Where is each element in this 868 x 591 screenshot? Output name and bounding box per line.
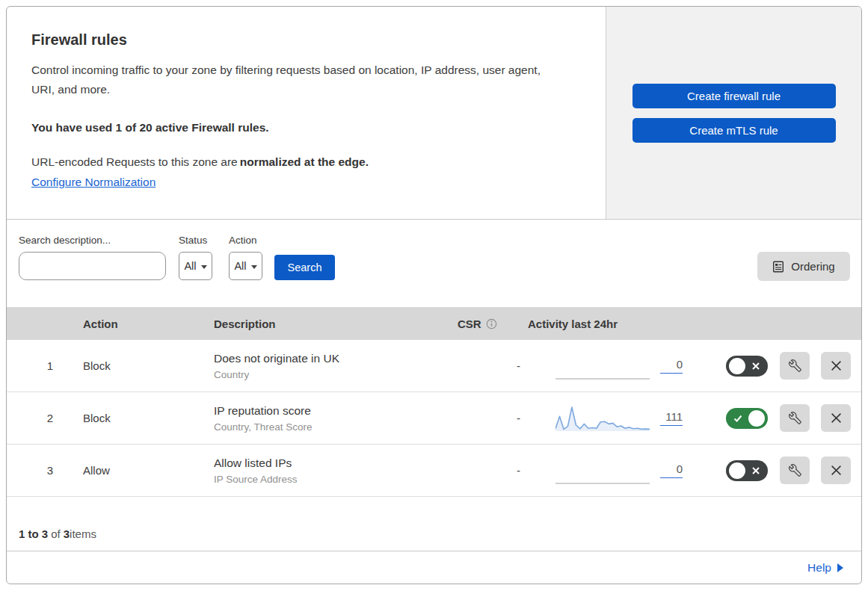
- rule-criteria: IP Source Address: [214, 474, 458, 485]
- activity-sparkline: [555, 352, 650, 380]
- help-label: Help: [807, 561, 831, 575]
- table-row: 3 Allow Allow listed IPs IP Source Addre…: [7, 445, 861, 497]
- csr-label: CSR: [458, 318, 481, 330]
- edit-rule-button[interactable]: [780, 352, 810, 380]
- column-csr: CSR: [458, 318, 528, 330]
- rule-enabled-toggle[interactable]: [726, 460, 768, 481]
- toggle-knob: [729, 358, 745, 374]
- rule-action: Allow: [83, 464, 214, 477]
- toggle-knob: [729, 462, 745, 479]
- rule-description: IP reputation score: [214, 404, 458, 418]
- right-triangle-icon: [837, 563, 843, 572]
- rule-csr: -: [458, 412, 528, 424]
- ordering-button[interactable]: Ordering: [757, 252, 850, 281]
- help-link[interactable]: Help: [807, 561, 843, 575]
- delete-rule-button[interactable]: [821, 457, 851, 484]
- rule-enabled-toggle[interactable]: [726, 356, 768, 377]
- list-document-icon: [772, 261, 784, 273]
- toggle-knob: [748, 410, 765, 427]
- wrench-icon: [789, 412, 801, 424]
- normalization-text: URL-encoded Requests to this zone are: [31, 155, 238, 168]
- activity-count-link[interactable]: 0: [660, 358, 683, 374]
- check-icon: [733, 413, 743, 424]
- delete-rule-button[interactable]: [821, 352, 851, 380]
- pagination-of: of: [51, 527, 61, 540]
- rule-csr: -: [458, 359, 528, 372]
- column-description: Description: [214, 318, 458, 330]
- page-description: Control incoming traffic to your zone by…: [31, 61, 564, 99]
- rule-enabled-toggle[interactable]: [726, 408, 768, 429]
- status-value: All: [184, 260, 196, 272]
- info-icon[interactable]: [486, 318, 497, 329]
- pagination-total: 3: [64, 527, 70, 540]
- rule-priority: 2: [7, 412, 83, 424]
- activity-count-link[interactable]: 111: [660, 410, 683, 426]
- column-activity: Activity last 24hr: [528, 318, 726, 330]
- pagination-summary: 1 to 3 of 3 items: [7, 497, 861, 551]
- filter-bar: Search description... Status All Action …: [7, 220, 861, 307]
- search-input[interactable]: [34, 260, 170, 272]
- header-text-block: Firewall rules Control incoming traffic …: [7, 7, 606, 219]
- rule-description: Does not originate in UK: [214, 352, 458, 365]
- action-label: Action: [229, 235, 262, 246]
- action-value: All: [234, 260, 246, 272]
- search-button[interactable]: Search: [274, 255, 335, 280]
- edit-rule-button[interactable]: [780, 404, 810, 432]
- x-icon: [751, 465, 761, 476]
- rule-priority: 1: [7, 359, 83, 372]
- chevron-down-icon: [201, 265, 207, 269]
- create-mtls-rule-button[interactable]: Create mTLS rule: [632, 118, 836, 143]
- table-header: Action Description CSR Activity last 24h…: [7, 307, 861, 340]
- create-firewall-rule-button[interactable]: Create firewall rule: [632, 84, 836, 108]
- search-input-wrap: [19, 252, 166, 280]
- normalization-bold: normalized at the edge.: [240, 155, 369, 168]
- rule-action: Block: [83, 412, 214, 424]
- rule-criteria: Country, Threat Score: [214, 421, 458, 433]
- chevron-down-icon: [251, 265, 257, 269]
- header-section: Firewall rules Control incoming traffic …: [7, 7, 861, 220]
- activity-count-link[interactable]: 0: [660, 462, 683, 478]
- status-label: Status: [179, 235, 212, 246]
- close-icon: [831, 360, 842, 371]
- page-title: Firewall rules: [31, 31, 576, 49]
- activity-sparkline: [555, 457, 650, 485]
- rule-description: Allow listed IPs: [214, 457, 458, 470]
- help-bar: Help: [7, 551, 861, 584]
- search-label: Search description...: [19, 235, 166, 246]
- table-row: 1 Block Does not originate in UK Country…: [7, 340, 861, 392]
- delete-rule-button[interactable]: [821, 404, 851, 432]
- configure-normalization-link[interactable]: Configure Normalization: [31, 176, 156, 189]
- x-icon: [751, 361, 761, 371]
- firewall-rules-card: Firewall rules Control incoming traffic …: [6, 6, 862, 584]
- rule-criteria: Country: [214, 369, 458, 380]
- ordering-label: Ordering: [791, 260, 834, 273]
- edit-rule-button[interactable]: [780, 457, 810, 484]
- pagination-range: 1 to 3: [19, 527, 48, 540]
- rule-csr: -: [458, 464, 528, 477]
- rule-action: Block: [83, 359, 214, 372]
- table-row: 2 Block IP reputation score Country, Thr…: [7, 392, 861, 445]
- close-icon: [831, 412, 842, 424]
- header-action-panel: Create firewall rule Create mTLS rule: [606, 7, 861, 219]
- action-dropdown[interactable]: All: [229, 252, 262, 280]
- close-icon: [831, 465, 842, 476]
- wrench-icon: [789, 464, 801, 477]
- normalization-note: URL-encoded Requests to this zone arenor…: [31, 155, 576, 169]
- rule-priority: 3: [7, 464, 83, 477]
- status-dropdown[interactable]: All: [179, 252, 212, 280]
- pagination-items: items: [70, 527, 96, 540]
- usage-note: You have used 1 of 20 active Firewall ru…: [31, 121, 576, 134]
- activity-sparkline: [555, 404, 650, 433]
- column-action: Action: [83, 318, 214, 330]
- wrench-icon: [789, 359, 801, 372]
